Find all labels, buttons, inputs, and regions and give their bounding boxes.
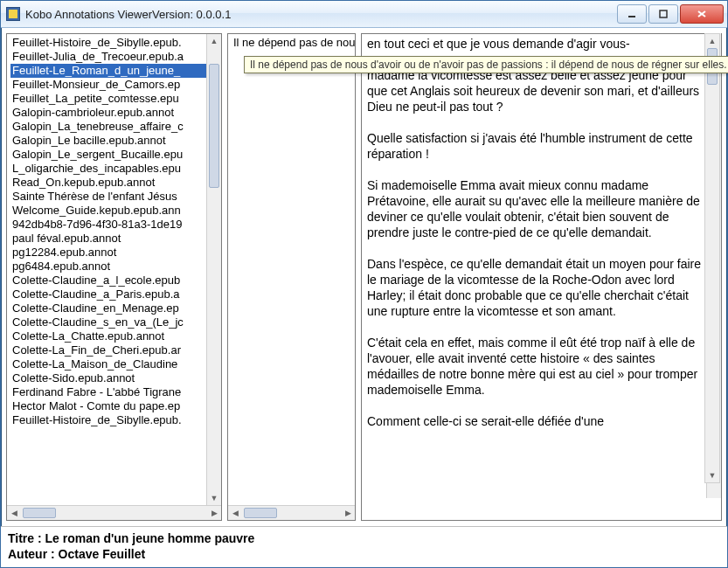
file-list-item[interactable]: Feuillet-Histoire_de_Sibylle.epub. (10, 36, 221, 50)
file-list-item[interactable]: Colette-La_Fin_de_Cheri.epub.ar (10, 343, 221, 357)
file-list-hscrollbar[interactable]: ◀ ▶ (7, 505, 221, 520)
file-list-item[interactable]: Ferdinand Fabre - L'abbé Tigrane (10, 385, 221, 399)
annotation-text[interactable]: en tout ceci et que je vous demande d'ag… (362, 34, 721, 520)
app-window: Kobo Annotations ViewerVersion: 0.0.0.1 … (0, 0, 728, 568)
scroll-up-icon: ▲ (705, 34, 719, 48)
file-list-item[interactable]: pg12284.epub.annot (10, 246, 221, 260)
file-list-item[interactable]: Colette-Claudine_en_Menage.ep (10, 301, 221, 315)
file-list-item[interactable]: Feuillet-Histoire_de_Sibylle.epub. (10, 413, 221, 427)
file-list-item[interactable]: Colette-Sido.epub.annot (10, 371, 221, 385)
scroll-right-icon: ▶ (341, 509, 355, 517)
file-list-item[interactable]: pg6484.epub.annot (10, 260, 221, 274)
hscroll-thumb[interactable] (244, 508, 277, 518)
file-list-item[interactable]: Galopin_Le_sergent_Bucaille.epu (10, 148, 221, 162)
close-icon (697, 10, 707, 18)
annotation-list-hscrollbar[interactable]: ◀ ▶ (228, 505, 355, 520)
annotation-list[interactable]: Il ne dépend pas de nou (228, 34, 355, 505)
content-area: Feuillet-Histoire_de_Sibylle.epub.Feuill… (1, 28, 727, 526)
book-author-row: Auteur : Octave Feuillet (8, 546, 720, 562)
scroll-left-icon: ◀ (7, 509, 21, 517)
file-list-item[interactable]: Galopin_La_tenebreuse_affaire_c (10, 120, 221, 134)
file-list-item[interactable]: Colette-Claudine_a_Paris.epub.a (10, 287, 221, 301)
scroll-right-icon: ▶ (207, 509, 221, 517)
scroll-thumb[interactable] (209, 64, 219, 188)
file-list-item[interactable]: Galopin-cambrioleur.epub.annot (10, 106, 221, 120)
file-list-item[interactable]: Hector Malot - Comte du pape.ep (10, 399, 221, 413)
text-vscrollbar[interactable]: ▲ ▼ (704, 33, 720, 483)
file-list-item[interactable]: Feuillet-Le_Roman_d_un_jeune_ (10, 64, 221, 78)
scroll-up-icon: ▲ (207, 34, 221, 48)
text-viewer-pane: en tout ceci et que je vous demande d'ag… (361, 33, 722, 521)
minimize-icon (627, 10, 636, 18)
file-list-item[interactable]: L_oligarchie_des_incapables.epu (10, 162, 221, 176)
title-value: Le roman d'un jeune homme pauvre (45, 531, 255, 545)
title-label: Titre : (8, 531, 45, 545)
close-button[interactable] (680, 4, 724, 24)
annotation-list-item[interactable]: Il ne dépend pas de nou (232, 36, 355, 50)
minimize-button[interactable] (617, 4, 647, 24)
file-list-item[interactable]: Feuillet-Julia_de_Trecoeur.epub.a (10, 50, 221, 64)
file-list-item[interactable]: Colette-La_Chatte.epub.annot (10, 329, 221, 343)
hscroll-thumb[interactable] (23, 508, 56, 518)
scroll-left-icon: ◀ (228, 509, 242, 517)
file-list-item[interactable]: Colette-Claudine_a_l_ecole.epub (10, 274, 221, 287)
file-list-item[interactable]: Welcome_Guide.kepub.epub.ann (10, 204, 221, 218)
file-list-item[interactable]: Colette-La_Maison_de_Claudine (10, 357, 221, 371)
file-list-item[interactable]: Galopin_Le bacille.epub.annot (10, 134, 221, 148)
file-list-item[interactable]: Feuillet-Monsieur_de_Camors.ep (10, 78, 221, 92)
file-list-pane: Feuillet-Histoire_de_Sibylle.epub.Feuill… (6, 33, 222, 521)
annotation-list-pane: Il ne dépend pas de nou ◀ ▶ (227, 33, 356, 521)
file-list-item[interactable]: 942db4b8-7d96-4f30-81a3-1de19 (10, 218, 221, 232)
svg-rect-1 (660, 10, 667, 17)
window-controls (615, 4, 724, 24)
author-label: Auteur : (8, 547, 59, 561)
scroll-down-icon: ▼ (705, 468, 719, 482)
book-title-row: Titre : Le roman d'un jeune homme pauvre (8, 530, 720, 546)
file-list-item[interactable]: Feuillet_La_petite_comtesse.epu (10, 92, 221, 106)
file-list-item[interactable]: paul féval.epub.annot (10, 232, 221, 246)
file-list[interactable]: Feuillet-Histoire_de_Sibylle.epub.Feuill… (7, 34, 221, 505)
file-list-item[interactable]: Read_On.kepub.epub.annot (10, 176, 221, 190)
scroll-down-icon: ▼ (207, 491, 221, 505)
app-icon (6, 7, 20, 21)
file-list-item[interactable]: Sainte Thérèse de l'enfant Jésus (10, 190, 221, 204)
title-bar: Kobo Annotations ViewerVersion: 0.0.0.1 (1, 1, 727, 28)
maximize-button[interactable] (648, 4, 678, 24)
window-title: Kobo Annotations ViewerVersion: 0.0.0.1 (25, 8, 615, 21)
author-value: Octave Feuillet (59, 547, 146, 561)
info-footer: Titre : Le roman d'un jeune homme pauvre… (1, 526, 727, 567)
file-list-vscrollbar[interactable]: ▲ ▼ (206, 34, 221, 505)
maximize-icon (659, 10, 668, 18)
file-list-item[interactable]: Colette-Claudine_s_en_va_(Le_jc (10, 315, 221, 329)
annotation-tooltip: Il ne dépend pas de nous d'avoir ou de n… (244, 56, 728, 73)
